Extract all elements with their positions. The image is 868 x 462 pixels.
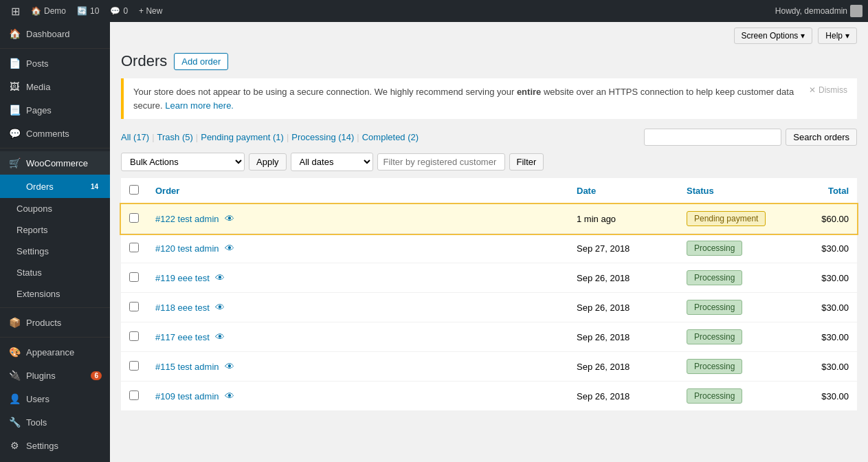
search-input[interactable] bbox=[644, 129, 781, 146]
notice-text: Your store does not appear to be using a… bbox=[133, 85, 801, 112]
wp-logo-icon: ⊞ bbox=[11, 5, 20, 18]
table-row: #109 test admin👁Sep 26, 2018Processing$3… bbox=[121, 382, 857, 411]
filter-button[interactable]: Filter bbox=[509, 153, 544, 170]
view-order-icon[interactable]: 👁 bbox=[215, 331, 225, 342]
filter-link-all[interactable]: All (17) bbox=[121, 132, 149, 142]
screen-options-chevron-icon: ▾ bbox=[801, 31, 805, 41]
date-column-header[interactable]: Date bbox=[568, 178, 678, 204]
row-checkbox[interactable] bbox=[129, 390, 139, 400]
notice-banner: Your store does not appear to be using a… bbox=[121, 78, 857, 119]
total-cell: $30.00 bbox=[788, 234, 857, 263]
row-checkbox[interactable] bbox=[129, 272, 139, 282]
table-header-row: Order Date Status Total bbox=[121, 178, 857, 204]
total-cell: $30.00 bbox=[788, 322, 857, 352]
add-order-button[interactable]: Add order bbox=[174, 53, 228, 70]
view-order-icon[interactable]: 👁 bbox=[225, 390, 234, 402]
comments-item[interactable]: 💬 0 bbox=[104, 6, 133, 16]
sidebar-item-appearance[interactable]: 🎨 Appearance bbox=[0, 340, 110, 364]
row-checkbox[interactable] bbox=[129, 243, 139, 252]
sidebar-item-label: Coupons bbox=[16, 204, 102, 214]
sidebar-item-status[interactable]: Status bbox=[0, 262, 110, 283]
sidebar-item-orders[interactable]: Orders 14 bbox=[0, 175, 110, 198]
sidebar-item-pages[interactable]: 📃 Pages bbox=[0, 98, 110, 122]
status-cell: Processing bbox=[678, 382, 788, 411]
sidebar-item-settings[interactable]: Settings bbox=[0, 241, 110, 262]
bulk-actions-select[interactable]: Bulk Actions bbox=[121, 153, 245, 171]
sidebar-item-media[interactable]: 🖼 Media bbox=[0, 75, 110, 98]
view-order-icon[interactable]: 👁 bbox=[225, 213, 234, 224]
order-column-header[interactable]: Order bbox=[147, 178, 568, 204]
view-order-icon[interactable]: 👁 bbox=[215, 302, 225, 313]
view-order-icon[interactable]: 👁 bbox=[225, 243, 234, 254]
table-row: #119 eee test👁Sep 26, 2018Processing$30.… bbox=[121, 263, 857, 293]
site-name-item[interactable]: 🏠 Demo bbox=[25, 6, 71, 16]
status-badge: Processing bbox=[687, 270, 742, 285]
date-filter-select[interactable]: All dates bbox=[291, 153, 373, 171]
settings-icon: ⚙ bbox=[8, 439, 21, 452]
comments-nav-icon: 💬 bbox=[8, 127, 21, 140]
filter-link-completed[interactable]: Completed (2) bbox=[362, 132, 419, 142]
sidebar-item-woocommerce[interactable]: 🛒 WooCommerce bbox=[0, 151, 110, 175]
order-link[interactable]: #119 eee test bbox=[155, 273, 210, 283]
order-cell: #117 eee test👁 bbox=[147, 322, 568, 352]
sidebar-item-settings2[interactable]: ⚙ Settings bbox=[0, 434, 110, 457]
row-checkbox[interactable] bbox=[129, 361, 139, 371]
search-orders-button[interactable]: Search orders bbox=[786, 129, 857, 146]
customer-filter-input[interactable] bbox=[377, 153, 505, 170]
updates-item[interactable]: 🔄 10 bbox=[71, 6, 104, 16]
sidebar-item-users[interactable]: 👤 Users bbox=[0, 387, 110, 410]
order-link[interactable]: #117 eee test bbox=[155, 332, 210, 342]
new-item[interactable]: + New bbox=[133, 6, 168, 16]
order-link[interactable]: #118 eee test bbox=[155, 302, 210, 313]
sidebar-item-extensions[interactable]: Extensions bbox=[0, 283, 110, 305]
screen-options-button[interactable]: Screen Options ▾ bbox=[734, 28, 813, 44]
sidebar-item-label: Orders bbox=[26, 182, 79, 192]
date-cell: Sep 26, 2018 bbox=[568, 382, 678, 411]
view-order-icon[interactable]: 👁 bbox=[225, 361, 234, 372]
status-column-header[interactable]: Status bbox=[678, 178, 788, 204]
sidebar-item-coupons[interactable]: Coupons bbox=[0, 198, 110, 219]
pages-icon: 📃 bbox=[8, 104, 21, 116]
site-name: Demo bbox=[44, 6, 66, 16]
sidebar-item-reports[interactable]: Reports bbox=[0, 219, 110, 241]
filter-link-processing[interactable]: Processing (14) bbox=[291, 132, 354, 142]
posts-icon: 📄 bbox=[8, 57, 21, 69]
main-header: Screen Options ▾ Help ▾ bbox=[110, 22, 868, 44]
order-link[interactable]: #122 test admin bbox=[155, 214, 219, 224]
status-cell: Processing bbox=[678, 352, 788, 382]
filter-link-trash[interactable]: Trash (5) bbox=[157, 132, 193, 142]
order-link[interactable]: #109 test admin bbox=[155, 391, 219, 402]
row-checkbox-cell bbox=[121, 352, 147, 382]
sidebar-item-plugins[interactable]: 🔌 Plugins 6 bbox=[0, 364, 110, 387]
help-button[interactable]: Help ▾ bbox=[818, 28, 857, 44]
table-row: #122 test admin👁1 min agoPending payment… bbox=[121, 204, 857, 234]
select-all-checkbox[interactable] bbox=[129, 185, 139, 195]
status-badge: Processing bbox=[687, 241, 742, 256]
filter-link-pending[interactable]: Pending payment (1) bbox=[201, 132, 284, 142]
dismiss-button[interactable]: ✕ Dismiss bbox=[809, 85, 847, 95]
notice-link[interactable]: Learn more here. bbox=[165, 100, 234, 111]
date-cell: Sep 26, 2018 bbox=[568, 263, 678, 293]
sidebar-item-dashboard[interactable]: 🏠 Dashboard bbox=[0, 22, 110, 45]
total-column-header[interactable]: Total bbox=[788, 178, 857, 204]
top-bar-right: Howdy, demoadmin bbox=[775, 5, 863, 17]
sidebar-item-label: Status bbox=[16, 267, 102, 278]
page-title-row: Orders Add order bbox=[121, 52, 857, 70]
wp-logo-item[interactable]: ⊞ bbox=[5, 5, 25, 18]
order-link[interactable]: #115 test admin bbox=[155, 362, 219, 372]
view-order-icon[interactable]: 👁 bbox=[215, 272, 225, 283]
comments-icon: 💬 bbox=[110, 6, 120, 16]
media-icon: 🖼 bbox=[8, 80, 21, 93]
row-checkbox[interactable] bbox=[129, 302, 139, 311]
apply-button[interactable]: Apply bbox=[249, 153, 287, 170]
row-checkbox[interactable] bbox=[129, 331, 139, 341]
row-checkbox[interactable] bbox=[129, 213, 139, 223]
sidebar-item-comments[interactable]: 💬 Comments bbox=[0, 122, 110, 145]
plugins-badge: 6 bbox=[91, 371, 102, 380]
row-checkbox-cell bbox=[121, 234, 147, 263]
sidebar-item-posts[interactable]: 📄 Posts bbox=[0, 52, 110, 75]
order-link[interactable]: #120 test admin bbox=[155, 243, 219, 254]
sidebar-item-tools[interactable]: 🔧 Tools bbox=[0, 410, 110, 434]
total-cell: $30.00 bbox=[788, 263, 857, 293]
sidebar-item-products[interactable]: 📦 Products bbox=[0, 311, 110, 334]
